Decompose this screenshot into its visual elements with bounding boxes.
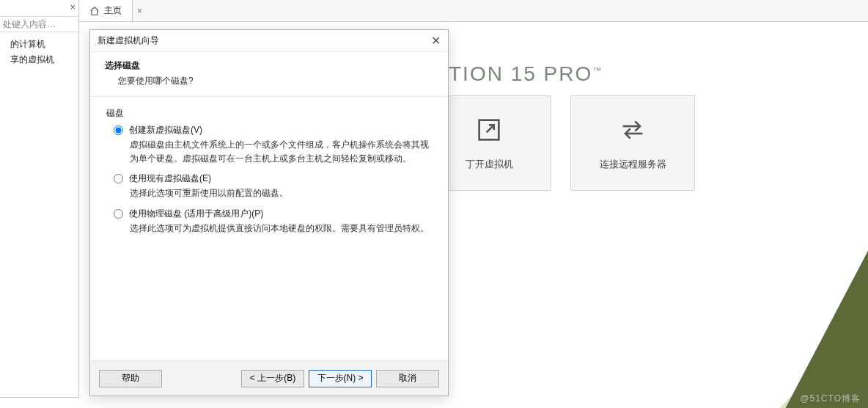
panel-close-icon[interactable]: ×	[70, 1, 76, 12]
dialog-titlebar: 新建虚拟机向导 ✕	[90, 30, 448, 52]
radio-use-physical-disk[interactable]: 使用物理磁盘 (适用于高级用户)(P)	[114, 208, 432, 220]
help-button[interactable]: 帮助	[99, 370, 162, 387]
radio-use-existing-disk-desc: 选择此选项可重新使用以前配置的磁盘。	[130, 186, 432, 200]
radio-create-new-disk-label: 创建新虚拟磁盘(V)	[129, 124, 202, 136]
new-vm-wizard-dialog: 新建虚拟机向导 ✕ 选择磁盘 您要使用哪个磁盘? 磁盘 创建新虚拟磁盘(V) 虚…	[89, 29, 449, 396]
brand-pro: PRO	[544, 62, 593, 85]
dialog-header: 选择磁盘 您要使用哪个磁盘?	[90, 52, 448, 97]
radio-use-physical-disk-desc: 选择此选项可为虚拟机提供直接访问本地硬盘的权限。需要具有管理员特权。	[130, 222, 432, 236]
radio-create-new-disk[interactable]: 创建新虚拟磁盘(V)	[114, 124, 432, 136]
dialog-body: 磁盘 创建新虚拟磁盘(V) 虚拟磁盘由主机文件系统上的一个或多个文件组成，客户机…	[90, 97, 448, 360]
card-connect-remote[interactable]: 连接远程服务器	[570, 95, 695, 191]
card-connect-remote-label: 连接远程服务器	[600, 158, 666, 171]
tab-home-label: 主页	[104, 4, 122, 17]
sidebar-item-shared-vms[interactable]: 享的虚拟机	[0, 52, 78, 68]
watermark: @51CTO博客	[800, 393, 861, 405]
tab-home[interactable]: 主页	[79, 0, 133, 21]
sidebar: × 处键入内容… 的计算机 享的虚拟机	[0, 0, 79, 398]
trademark-icon: ™	[592, 65, 603, 76]
tab-close-icon[interactable]: ×	[133, 6, 147, 16]
next-button[interactable]: 下一步(N) >	[309, 370, 372, 387]
disk-group-label: 磁盘	[106, 107, 432, 120]
brand-prefix: TION 15	[449, 62, 544, 85]
open-vm-icon	[474, 115, 504, 145]
dialog-footer: 帮助 < 上一步(B) 下一步(N) > 取消	[90, 360, 448, 396]
sidebar-tree: 的计算机 享的虚拟机	[0, 37, 78, 68]
card-open-vm-label: 丁开虚拟机	[466, 158, 513, 171]
tab-bar: 主页 ×	[79, 0, 868, 22]
radio-create-new-disk-desc: 虚拟磁盘由主机文件系统上的一个或多个文件组成，客户机操作系统会将其视为单个硬盘。…	[130, 138, 432, 165]
dialog-title: 新建虚拟机向导	[98, 34, 159, 47]
radio-use-existing-disk-label: 使用现有虚拟磁盘(E)	[129, 172, 211, 185]
product-title: TION 15 PRO™	[449, 62, 603, 86]
dialog-step-title: 选择磁盘	[105, 59, 433, 72]
back-button[interactable]: < 上一步(B)	[241, 370, 304, 387]
sidebar-item-my-computer[interactable]: 的计算机	[0, 37, 78, 52]
dialog-close-icon[interactable]: ✕	[431, 34, 441, 48]
cancel-button[interactable]: 取消	[376, 370, 439, 387]
dialog-step-subtitle: 您要使用哪个磁盘?	[118, 75, 433, 87]
radio-use-existing-disk[interactable]: 使用现有虚拟磁盘(E)	[114, 172, 432, 185]
radio-use-existing-disk-input[interactable]	[114, 174, 123, 183]
decorative-triangle-dark	[723, 194, 868, 408]
radio-use-physical-disk-input[interactable]	[114, 209, 123, 219]
home-icon	[89, 6, 100, 16]
quick-actions: 丁开虚拟机 连接远程服务器	[427, 95, 695, 191]
radio-use-physical-disk-label: 使用物理磁盘 (适用于高级用户)(P)	[129, 208, 263, 220]
radio-create-new-disk-input[interactable]	[114, 125, 123, 135]
sidebar-search-input[interactable]: 处键入内容…	[0, 16, 78, 32]
connect-remote-icon	[618, 115, 647, 145]
